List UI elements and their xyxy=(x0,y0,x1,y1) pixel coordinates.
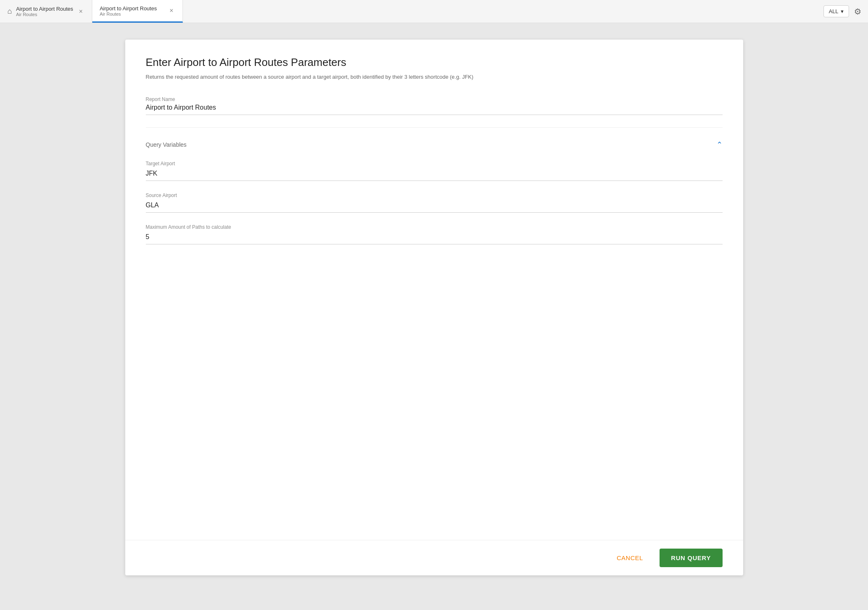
target-airport-input[interactable] xyxy=(146,168,723,181)
home-icon: ⌂ xyxy=(7,7,12,16)
source-airport-field: Source Airport xyxy=(146,192,723,213)
max-paths-input[interactable] xyxy=(146,232,723,244)
section-divider xyxy=(146,127,723,128)
report-name-field-group: Report Name Airport to Airport Routes xyxy=(146,96,723,115)
target-airport-field: Target Airport xyxy=(146,161,723,181)
tab-2-text: Airport to Airport Routes Air Routes xyxy=(100,5,157,16)
tab-2-subtitle: Air Routes xyxy=(100,12,157,16)
main-content: Enter Airport to Airport Routes Paramete… xyxy=(0,23,868,610)
dialog-card: Enter Airport to Airport Routes Paramete… xyxy=(125,40,743,575)
gear-icon[interactable]: ⚙ xyxy=(854,7,861,16)
dialog-description: Returns the requested amount of routes b… xyxy=(146,74,723,80)
tab-1-text: Airport to Airport Routes Air Routes xyxy=(16,6,73,17)
card-footer: CANCEL RUN QUERY xyxy=(125,540,743,575)
tab-1-title: Airport to Airport Routes xyxy=(16,6,73,12)
report-name-label: Report Name xyxy=(146,96,723,102)
all-label: ALL xyxy=(829,8,838,14)
query-variables-label: Query Variables xyxy=(146,141,187,148)
target-airport-label: Target Airport xyxy=(146,161,723,167)
topbar-right: ALL ▾ ⚙ xyxy=(824,0,868,23)
tab-2[interactable]: Airport to Airport Routes Air Routes × xyxy=(92,0,183,23)
run-query-button[interactable]: RUN QUERY xyxy=(660,549,723,567)
all-dropdown[interactable]: ALL ▾ xyxy=(824,5,849,17)
tab-1-close-icon[interactable]: × xyxy=(77,7,84,16)
chevron-up-icon[interactable]: ⌃ xyxy=(716,140,723,149)
source-airport-label: Source Airport xyxy=(146,192,723,198)
source-airport-input[interactable] xyxy=(146,200,723,213)
tab-1-subtitle: Air Routes xyxy=(16,12,73,17)
max-paths-label: Maximum Amount of Paths to calculate xyxy=(146,224,723,230)
tab-1[interactable]: ⌂ Airport to Airport Routes Air Routes × xyxy=(0,0,92,23)
dialog-title: Enter Airport to Airport Routes Paramete… xyxy=(146,56,723,69)
query-variables-header: Query Variables ⌃ xyxy=(146,140,723,149)
cancel-button[interactable]: CANCEL xyxy=(608,550,651,565)
tab-2-close-icon[interactable]: × xyxy=(168,6,175,15)
tab-2-title: Airport to Airport Routes xyxy=(100,5,157,12)
max-paths-field: Maximum Amount of Paths to calculate xyxy=(146,224,723,244)
card-body: Enter Airport to Airport Routes Paramete… xyxy=(125,40,743,540)
topbar: ⌂ Airport to Airport Routes Air Routes ×… xyxy=(0,0,868,23)
report-name-value: Airport to Airport Routes xyxy=(146,104,723,115)
chevron-down-icon: ▾ xyxy=(841,8,844,14)
